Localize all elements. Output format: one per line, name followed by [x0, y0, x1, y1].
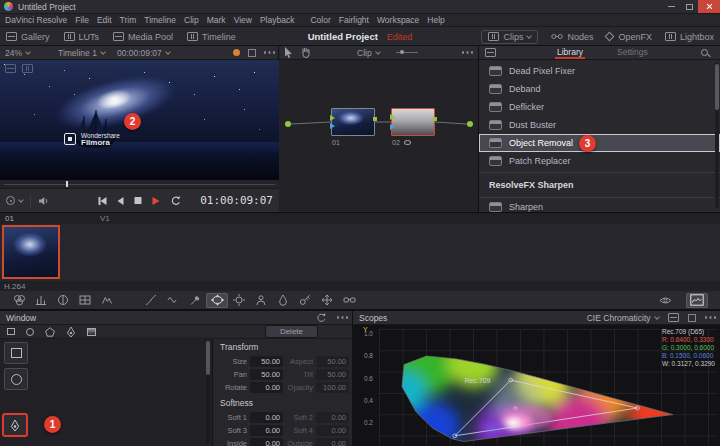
menu-item-edit[interactable]: Edit	[97, 15, 112, 25]
node-01-rgb-input[interactable]	[330, 115, 335, 121]
menu-item-help[interactable]: Help	[427, 15, 444, 25]
enhanced-viewer-icon[interactable]	[233, 49, 240, 56]
stop-button[interactable]	[134, 197, 141, 204]
timeline-clip-thumbnail[interactable]	[2, 225, 60, 279]
viewer-options-menu-icon[interactable]	[264, 51, 267, 54]
node-02-alpha-input[interactable]	[390, 124, 395, 130]
openfx-toggle-button[interactable]: OpenFX	[606, 32, 652, 42]
effects-list-icon[interactable]	[485, 48, 496, 57]
gradient-window-icon[interactable]	[87, 328, 96, 336]
menu-item-app[interactable]: DaVinci Resolve	[5, 15, 67, 25]
viewer-header-timecode[interactable]: 00:00:09:07	[117, 48, 170, 58]
hdr-grade-icon[interactable]	[52, 293, 74, 308]
library-item[interactable]: Deband	[479, 80, 720, 98]
menu-item-timeline[interactable]: Timeline	[144, 15, 176, 25]
scope-mode-select[interactable]: CIE Chromaticity	[587, 313, 659, 323]
primaries-bars-icon[interactable]	[30, 293, 52, 308]
split-screen-icon[interactable]	[5, 64, 16, 73]
size-value[interactable]: 50.00	[250, 356, 283, 367]
sizing-icon[interactable]	[316, 293, 338, 308]
close-button[interactable]	[698, 0, 720, 13]
scope-options-icon[interactable]	[705, 316, 708, 319]
menu-item-playback[interactable]: Playback	[260, 15, 295, 25]
reset-icon[interactable]	[316, 313, 327, 323]
cursor-tool-icon[interactable]	[284, 47, 293, 58]
menu-item-fairlight[interactable]: Fairlight	[339, 15, 369, 25]
library-item[interactable]: Sharpen	[479, 198, 720, 212]
node-02-output[interactable]	[433, 117, 437, 121]
rotate-value[interactable]: 0.00	[250, 382, 283, 393]
menu-item-file[interactable]: File	[75, 15, 89, 25]
library-item[interactable]: Dust Buster	[479, 116, 720, 134]
square-window-icon[interactable]	[7, 328, 15, 335]
first-frame-button[interactable]	[98, 197, 106, 205]
node-02-rgb-input[interactable]	[390, 114, 395, 120]
window-list-scrollbar[interactable]	[206, 341, 210, 443]
timeline-track[interactable]	[0, 224, 720, 281]
power-window-icon[interactable]	[206, 293, 228, 308]
tab-library[interactable]: Library	[555, 46, 585, 59]
viewer-scrub-bar[interactable]	[0, 180, 279, 188]
opacity-value[interactable]: 100.00	[316, 382, 349, 393]
clips-toggle-button[interactable]: Clips	[481, 30, 538, 44]
scope-layout-icon[interactable]	[668, 313, 679, 322]
tilt-value[interactable]: 50.00	[316, 369, 349, 380]
delete-window-button[interactable]: Delete	[265, 325, 318, 338]
library-item-selected[interactable]: Object Removal 3	[479, 134, 720, 152]
scrollbar-thumb[interactable]	[715, 64, 719, 110]
window-preset-square-button[interactable]	[4, 342, 28, 364]
maximize-button[interactable]	[680, 0, 698, 13]
polygon-window-icon[interactable]	[45, 327, 55, 337]
soft2-value[interactable]: 0.00	[316, 412, 349, 423]
loop-button[interactable]	[170, 196, 181, 206]
play-reverse-button[interactable]	[117, 197, 123, 205]
timeline-button[interactable]: Timeline	[187, 32, 236, 42]
magic-mask-icon[interactable]	[250, 293, 272, 308]
window-options-icon[interactable]	[337, 316, 340, 319]
motion-effects-icon[interactable]	[96, 293, 118, 308]
soft4-value[interactable]: 0.00	[316, 425, 349, 436]
nodes-toggle-button[interactable]: Nodes	[551, 32, 593, 42]
minimize-button[interactable]	[662, 0, 680, 13]
hand-tool-icon[interactable]	[301, 47, 311, 58]
lightbox-toggle-button[interactable]: Lightbox	[665, 32, 714, 42]
search-icon[interactable]	[701, 49, 708, 56]
play-button[interactable]	[152, 197, 159, 205]
soft3-value[interactable]: 0.00	[250, 425, 283, 436]
tab-settings[interactable]: Settings	[615, 46, 650, 59]
window-preset-pen-button[interactable]	[3, 414, 27, 436]
node-view-select[interactable]: Clip	[357, 48, 380, 58]
media-pool-button[interactable]: Media Pool	[113, 32, 173, 42]
library-item[interactable]: Dead Pixel Fixer	[479, 62, 720, 80]
expand-viewer-icon[interactable]	[248, 49, 256, 57]
luts-button[interactable]: LUTs	[64, 32, 100, 42]
audio-mute-icon[interactable]	[38, 196, 50, 206]
node-zoom-slider[interactable]	[396, 52, 418, 53]
aspect-value[interactable]: 50.00	[316, 356, 349, 367]
outside-value[interactable]: 0.00	[316, 438, 349, 446]
tracker-icon[interactable]	[228, 293, 250, 308]
node-01-alpha-input[interactable]	[330, 123, 335, 129]
library-item[interactable]: Deflicker	[479, 98, 720, 116]
menu-item-mark[interactable]: Mark	[207, 15, 226, 25]
curve-window-icon[interactable]	[66, 326, 76, 338]
window-preset-circle-button[interactable]	[4, 368, 28, 390]
image-wipe-icon[interactable]	[22, 64, 33, 73]
playhead[interactable]	[66, 181, 68, 187]
key-icon[interactable]	[294, 293, 316, 308]
inside-value[interactable]: 0.00	[250, 438, 283, 446]
menu-item-workspace[interactable]: Workspace	[377, 15, 419, 25]
hue-curves-icon[interactable]	[162, 293, 184, 308]
blur-icon[interactable]	[272, 293, 294, 308]
viewer-canvas[interactable]: Wondershare Filmora 2	[0, 60, 279, 180]
pan-value[interactable]: 50.00	[250, 369, 283, 380]
gallery-button[interactable]: Gallery	[6, 32, 50, 42]
scope-expand-icon[interactable]	[688, 314, 696, 322]
rgb-mixer-icon[interactable]	[74, 293, 96, 308]
qualifier-icon[interactable]	[184, 293, 206, 308]
color-wheels-icon[interactable]	[8, 293, 30, 308]
bypass-grades-icon[interactable]	[654, 293, 676, 308]
menu-item-color[interactable]: Color	[310, 15, 330, 25]
stereo-3d-icon[interactable]	[338, 293, 360, 308]
nodes-options-icon[interactable]	[462, 51, 465, 54]
